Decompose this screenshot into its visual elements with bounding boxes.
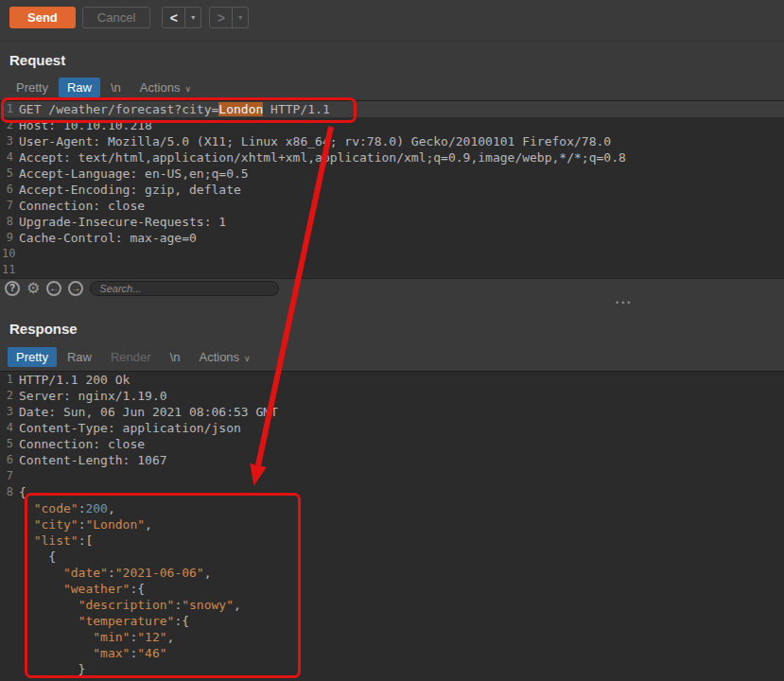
code-line: "code":200,: [2, 500, 784, 516]
splitter-handle-icon[interactable]: •••: [616, 298, 633, 307]
line-number: [2, 629, 19, 645]
code-line: 7Connection: close: [2, 198, 784, 214]
request-tab-pretty[interactable]: Pretty: [8, 78, 57, 97]
line-number: 6: [2, 182, 19, 198]
line-number: [2, 533, 19, 549]
code-line: 1HTTP/1.1 200 Ok: [2, 372, 784, 388]
code-line: 9Cache-Control: max-age=0: [2, 230, 784, 246]
response-tab-raw[interactable]: Raw: [59, 347, 100, 367]
cancel-button[interactable]: Cancel: [82, 7, 150, 28]
gear-icon[interactable]: ⚙: [26, 281, 40, 296]
line-number: 11: [2, 262, 19, 278]
line-number: [2, 516, 19, 533]
search-input[interactable]: [90, 281, 279, 296]
code-line: "description":"snowy",: [2, 597, 784, 613]
response-section-title: Response: [0, 314, 784, 342]
chevron-down-icon: ∨: [244, 354, 251, 363]
line-number: 1: [2, 101, 19, 117]
code-line: "max":"46": [2, 645, 784, 661]
request-tabs: Pretty Raw \n Actions∨: [0, 74, 784, 100]
code-line: 7: [2, 468, 784, 484]
line-number: 2: [2, 388, 19, 404]
code-line: 5Accept-Language: en-US,en;q=0.5: [2, 166, 784, 182]
line-number: 6: [2, 452, 19, 468]
line-number: 4: [2, 420, 19, 436]
code-line: "date":"2021-06-06",: [2, 565, 784, 581]
response-tab-render[interactable]: Render: [102, 347, 160, 367]
code-line: 5Connection: close: [2, 436, 784, 452]
code-line: "list":[: [2, 533, 784, 549]
search-next-icon[interactable]: →: [68, 281, 83, 296]
line-number: 2: [2, 117, 19, 133]
code-line: {: [2, 549, 784, 565]
code-line: "weather":{: [2, 581, 784, 597]
history-forward-group: > ▾: [209, 7, 249, 28]
request-actions-label: Actions: [140, 80, 181, 95]
line-number: 8: [2, 214, 19, 230]
line-number: [2, 581, 19, 597]
response-tab-actions[interactable]: Actions∨: [190, 347, 258, 367]
request-tab-actions[interactable]: Actions∨: [131, 78, 200, 97]
line-number: [2, 565, 19, 581]
line-number: [2, 597, 19, 613]
line-number: 8: [2, 484, 19, 500]
history-forward-button[interactable]: >: [209, 7, 233, 28]
code-line: }: [2, 661, 784, 677]
code-line: 4Accept: text/html,application/xhtml+xml…: [2, 149, 784, 166]
history-back-button[interactable]: <: [162, 7, 185, 28]
line-number: 5: [2, 166, 19, 182]
code-line: 4Content-Type: application/json: [2, 420, 784, 436]
line-number: [2, 645, 19, 661]
line-number: 3: [2, 404, 19, 420]
code-line: 6Content-Length: 1067: [2, 452, 784, 468]
response-tab-pretty[interactable]: Pretty: [8, 347, 57, 367]
code-line: "temperature":{: [2, 613, 784, 629]
line-number: [2, 500, 19, 516]
response-editor[interactable]: 1HTTP/1.1 200 Ok2Server: nginx/1.19.03Da…: [0, 371, 784, 681]
request-tab-newline[interactable]: \n: [102, 78, 130, 97]
code-line: 6Accept-Encoding: gzip, deflate: [2, 182, 784, 198]
response-tabs: Pretty Raw Render \n Actions∨: [0, 342, 784, 371]
response-tab-newline[interactable]: \n: [162, 347, 189, 367]
code-line: 1GET /weather/forecast?city=London HTTP/…: [2, 101, 784, 117]
editor-search-bar: ? ⚙ ← →: [0, 278, 784, 297]
line-number: [2, 661, 19, 677]
line-number: 9: [2, 230, 19, 246]
chevron-down-icon: ∨: [184, 84, 191, 94]
code-line: 8Upgrade-Insecure-Requests: 1: [2, 214, 784, 230]
history-back-caret-icon[interactable]: ▾: [185, 7, 201, 28]
line-number: 7: [2, 468, 19, 484]
toolbar: Send Cancel < ▾ > ▾: [0, 0, 784, 42]
code-line: "min":"12",: [2, 629, 784, 645]
history-back-group: < ▾: [162, 7, 201, 28]
line-number: 3: [2, 133, 19, 149]
code-line: 2Server: nginx/1.19.0: [2, 388, 784, 404]
code-line: 8{: [2, 484, 784, 500]
code-line: 3Date: Sun, 06 Jun 2021 08:06:53 GMT: [2, 404, 784, 420]
request-section-title: Request: [0, 42, 784, 74]
help-icon[interactable]: ?: [5, 281, 20, 296]
code-line: "city":"London",: [2, 516, 784, 533]
request-editor[interactable]: 1GET /weather/forecast?city=London HTTP/…: [0, 100, 784, 278]
send-button[interactable]: Send: [9, 7, 76, 28]
request-tab-raw[interactable]: Raw: [59, 78, 100, 97]
line-number: 4: [2, 149, 19, 166]
repeater-window: Send Cancel < ▾ > ▾ Request Pretty Raw \…: [0, 0, 784, 681]
response-actions-label: Actions: [199, 350, 239, 364]
line-number: 7: [2, 198, 19, 214]
line-number: 5: [2, 436, 19, 452]
line-number: 1: [2, 372, 19, 388]
panel-splitter[interactable]: •••: [0, 297, 784, 314]
line-number: [2, 613, 19, 629]
search-prev-icon[interactable]: ←: [46, 281, 61, 296]
line-number: 10: [2, 246, 19, 262]
history-forward-caret-icon[interactable]: ▾: [233, 7, 249, 28]
code-line: 10: [2, 246, 784, 262]
code-line: 3User-Agent: Mozilla/5.0 (X11; Linux x86…: [2, 133, 784, 149]
code-line: 11: [2, 262, 784, 278]
code-line: 2Host: 10.10.10.218: [2, 117, 784, 133]
line-number: [2, 549, 19, 565]
